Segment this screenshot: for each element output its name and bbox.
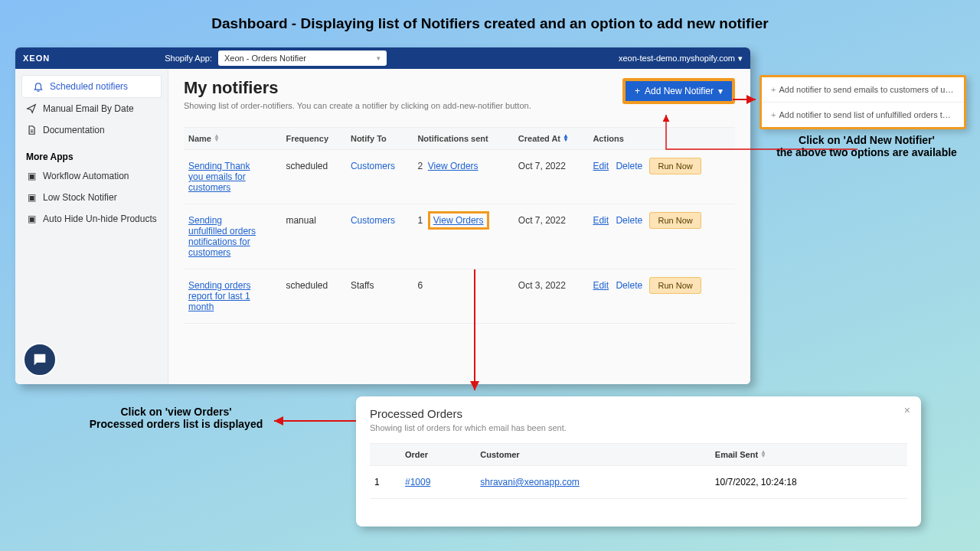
view-orders-link[interactable]: View Orders	[428, 211, 489, 230]
cell-sent: 6	[413, 269, 513, 324]
cell-notify-to: Staffs	[346, 269, 413, 324]
more-app-label: Auto Hide Un-hide Products	[43, 214, 157, 224]
order-link[interactable]: #1009	[405, 477, 430, 487]
notifier-name-link[interactable]: Sending unfulfilled orders notifications…	[188, 215, 257, 258]
table-row: Sending Thank you emails for customers s…	[184, 150, 735, 204]
sidebar-item-manual-email[interactable]: Manual Email By Date	[15, 98, 168, 119]
cell-frequency: manual	[281, 204, 346, 269]
cell-email-sent: 10/7/2022, 10:24:18	[710, 466, 907, 499]
cell-frequency: scheduled	[281, 269, 346, 324]
col-customer: Customer	[475, 444, 710, 466]
sidebar-item-documentation[interactable]: Documentation	[15, 119, 168, 141]
cell-created: Oct 3, 2022	[514, 269, 589, 324]
dropdown-option-staff[interactable]: +Add notifier to send list of unfulfille…	[762, 103, 964, 127]
run-now-button[interactable]: Run Now	[649, 212, 701, 229]
content-area: My notifiers Showing list of order-notif…	[168, 69, 750, 384]
more-app-auto-hide[interactable]: ▣ Auto Hide Un-hide Products	[15, 208, 168, 230]
edit-link[interactable]: Edit	[593, 215, 609, 226]
cell-frequency: scheduled	[281, 150, 346, 204]
more-app-low-stock[interactable]: ▣ Low Stock Notifier	[15, 187, 168, 208]
app-select-value: Xeon - Orders Notifier	[224, 54, 306, 63]
col-created-at[interactable]: Created At▲▼	[514, 128, 589, 150]
view-orders-link[interactable]: View Orders	[428, 161, 479, 171]
cell-sent: 1	[417, 215, 423, 226]
edit-link[interactable]: Edit	[593, 161, 609, 171]
more-apps-header: More Apps	[15, 141, 168, 165]
notifier-name-link[interactable]: Sending orders report for last 1 month	[188, 280, 257, 312]
more-app-label: Low Stock Notifier	[43, 192, 117, 203]
page-subtitle: Showing list of order-notifiers. You can…	[184, 101, 531, 110]
send-icon	[26, 103, 37, 114]
topbar: XEON Shopify App: Xeon - Orders Notifier…	[15, 47, 750, 69]
close-icon[interactable]: ×	[904, 404, 910, 416]
col-frequency: Frequency	[281, 128, 346, 150]
col-notifications-sent: Notifications sent	[413, 128, 513, 150]
sort-icon: ▲▼	[214, 135, 220, 142]
annotation-title: Dashboard - Displaying list of Notifiers…	[0, 15, 980, 32]
intercom-launcher[interactable]	[23, 343, 57, 377]
chevron-down-icon: ▾	[738, 54, 743, 64]
processed-title: Processed Orders	[370, 407, 907, 420]
cell-notify-to: Customers	[351, 215, 395, 226]
sidebar: Scheduled notifiers Manual Email By Date…	[15, 69, 168, 384]
add-btn-label: Add New Notifier	[645, 86, 714, 96]
annotation-view-orders-caption: Click on 'view Orders' Processed orders …	[54, 406, 299, 430]
bell-icon	[33, 81, 44, 92]
more-app-workflow[interactable]: ▣ Workflow Automation	[15, 165, 168, 187]
dropdown-option-label: Add notifier to send emails to customers…	[779, 85, 964, 94]
chat-icon	[31, 351, 48, 368]
customer-email-link[interactable]: shravani@xeonapp.com	[480, 477, 580, 487]
app-icon: ▣	[26, 214, 37, 224]
chevron-down-icon: ▾	[718, 86, 723, 96]
shop-domain-label: xeon-test-demo.myshopify.com	[619, 54, 735, 63]
delete-link[interactable]: Delete	[616, 280, 642, 291]
sidebar-item-scheduled-notifiers[interactable]: Scheduled notifiers	[21, 75, 162, 98]
annotation-dropdown-caption: Click on 'Add New Notifier' the above tw…	[760, 134, 974, 158]
notifier-name-link[interactable]: Sending Thank you emails for customers	[188, 161, 257, 193]
processed-orders-dialog: × Processed Orders Showing list of order…	[356, 396, 921, 527]
col-email-sent[interactable]: Email Sent▲▼	[710, 444, 907, 466]
app-icon: ▣	[26, 171, 37, 181]
plus-icon: +	[635, 86, 640, 96]
cell-notify-to: Customers	[351, 161, 395, 171]
cell-sent: 2	[417, 161, 423, 171]
table-row: 1 #1009 shravani@xeonapp.com 10/7/2022, …	[370, 466, 907, 499]
dropdown-option-customers[interactable]: +Add notifier to send emails to customer…	[762, 77, 964, 103]
col-order: Order	[400, 444, 475, 466]
more-app-label: Workflow Automation	[43, 171, 129, 181]
add-notifier-dropdown: +Add notifier to send emails to customer…	[760, 75, 966, 129]
shop-domain[interactable]: xeon-test-demo.myshopify.com ▾	[619, 54, 743, 64]
notifiers-table: Name▲▼ Frequency Notify To Notifications…	[184, 127, 735, 324]
shopify-app-label: Shopify App:	[165, 54, 212, 63]
chevron-down-icon: ▾	[377, 54, 381, 62]
sidebar-item-label: Scheduled notifiers	[50, 81, 128, 92]
plus-icon: +	[771, 110, 776, 119]
run-now-button[interactable]: Run Now	[649, 158, 701, 174]
dropdown-option-label: Add notifier to send list of unfulfilled…	[779, 110, 964, 119]
edit-link[interactable]: Edit	[593, 280, 609, 291]
cell-idx: 1	[370, 466, 400, 499]
cell-created: Oct 7, 2022	[514, 150, 589, 204]
page-title: My notifiers	[184, 78, 531, 98]
plus-icon: +	[771, 85, 776, 94]
table-row: Sending orders report for last 1 month s…	[184, 269, 735, 324]
col-notify-to: Notify To	[346, 128, 413, 150]
col-actions: Actions	[588, 128, 735, 150]
cell-created: Oct 7, 2022	[514, 204, 589, 269]
table-row: Sending unfulfilled orders notifications…	[184, 204, 735, 269]
add-new-notifier-button[interactable]: + Add New Notifier ▾	[622, 78, 735, 104]
doc-icon	[26, 125, 37, 135]
sidebar-item-label: Manual Email By Date	[43, 103, 134, 114]
processed-subtitle: Showing list of orders for which email h…	[370, 423, 907, 432]
delete-link[interactable]: Delete	[616, 161, 642, 171]
sort-icon: ▲▼	[760, 451, 766, 458]
app-icon: ▣	[26, 192, 37, 203]
app-select[interactable]: Xeon - Orders Notifier ▾	[218, 51, 387, 66]
app-window: XEON Shopify App: Xeon - Orders Notifier…	[15, 47, 750, 384]
brand: XEON	[23, 54, 50, 63]
processed-orders-table: Order Customer Email Sent▲▼ 1 #1009 shra…	[370, 443, 907, 499]
sort-icon: ▲▼	[563, 135, 569, 142]
delete-link[interactable]: Delete	[616, 215, 642, 226]
col-name[interactable]: Name▲▼	[184, 128, 281, 150]
run-now-button[interactable]: Run Now	[649, 277, 701, 294]
